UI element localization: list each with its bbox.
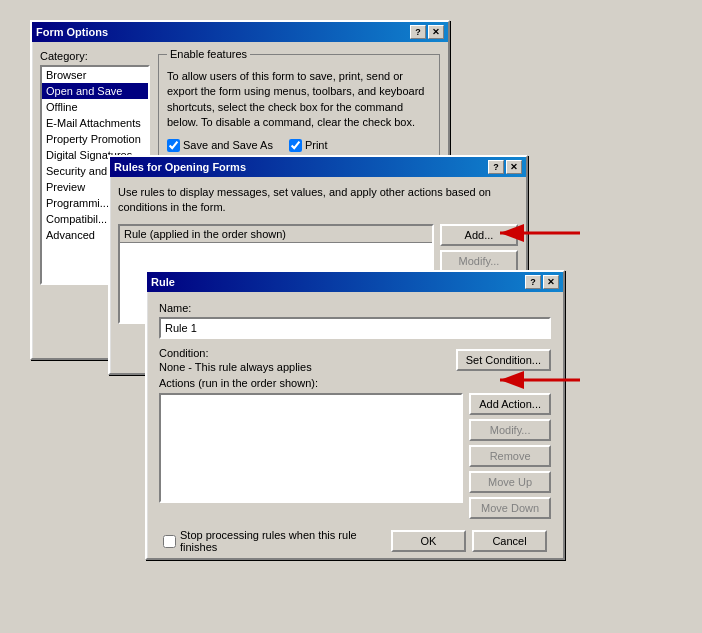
rule-help-btn[interactable]: ?: [525, 275, 541, 289]
print-checkbox-item: Print: [289, 139, 328, 152]
rules-title-buttons: ? ✕: [488, 160, 522, 174]
cat-email[interactable]: E-Mail Attachments: [42, 115, 148, 131]
arrow1: [490, 218, 590, 248]
features-group: Enable features To allow users of this f…: [158, 54, 440, 161]
name-input[interactable]: [159, 317, 551, 339]
features-group-label: Enable features: [167, 48, 250, 60]
stop-processing-label: Stop processing rules when this rule fin…: [163, 529, 391, 553]
print-label: Print: [305, 139, 328, 151]
action-buttons: Add Action... Modify... Remove Move Up M…: [469, 393, 551, 519]
form-options-title-bar: Form Options ? ✕: [32, 22, 448, 42]
condition-section: Condition: None - This rule always appli…: [159, 347, 312, 373]
actions-list[interactable]: [159, 393, 463, 503]
remove-action-btn[interactable]: Remove: [469, 445, 551, 467]
arrow2: [490, 365, 590, 395]
rules-title-bar: Rules for Opening Forms ? ✕: [110, 157, 526, 177]
save-checkbox-item: Save and Save As: [167, 139, 273, 152]
save-label: Save and Save As: [183, 139, 273, 151]
rule-cancel-btn[interactable]: Cancel: [472, 530, 547, 552]
condition-text: None - This rule always applies: [159, 361, 312, 373]
title-bar-buttons: ? ✕: [410, 25, 444, 39]
move-up-action-btn[interactable]: Move Up: [469, 471, 551, 493]
add-action-btn[interactable]: Add Action...: [469, 393, 551, 415]
rule-ok-btn[interactable]: OK: [391, 530, 466, 552]
rule-dialog: Rule ? ✕ Name: Condition: None - This ru…: [145, 270, 565, 560]
rule-ok-cancel: OK Cancel: [391, 530, 547, 552]
modify-action-btn[interactable]: Modify...: [469, 419, 551, 441]
cat-property[interactable]: Property Promotion: [42, 131, 148, 147]
features-description: To allow users of this form to save, pri…: [167, 69, 431, 131]
rule-title: Rule: [151, 276, 175, 288]
rule-body: Name: Condition: None - This rule always…: [147, 292, 563, 563]
move-down-action-btn[interactable]: Move Down: [469, 497, 551, 519]
rule-title-bar: Rule ? ✕: [147, 272, 563, 292]
stop-processing-text: Stop processing rules when this rule fin…: [180, 529, 391, 553]
rules-close-btn[interactable]: ✕: [506, 160, 522, 174]
rules-list-header: Rule (applied in the order shown): [120, 226, 432, 243]
features-checkboxes: Save and Save As Print: [167, 139, 431, 152]
rule-title-buttons: ? ✕: [525, 275, 559, 289]
print-checkbox[interactable]: [289, 139, 302, 152]
rules-modify-btn[interactable]: Modify...: [440, 250, 518, 272]
save-checkbox[interactable]: [167, 139, 180, 152]
name-label: Name:: [159, 302, 551, 314]
rules-title: Rules for Opening Forms: [114, 161, 246, 173]
actions-area: Add Action... Modify... Remove Move Up M…: [159, 393, 551, 519]
category-label: Category:: [40, 50, 150, 62]
rule-close-btn[interactable]: ✕: [543, 275, 559, 289]
cat-browser[interactable]: Browser: [42, 67, 148, 83]
condition-label: Condition:: [159, 347, 312, 359]
rules-description: Use rules to display messages, set value…: [118, 185, 518, 216]
rule-footer: Stop processing rules when this rule fin…: [159, 529, 551, 553]
cat-open-save[interactable]: Open and Save: [42, 83, 148, 99]
form-options-help-btn[interactable]: ?: [410, 25, 426, 39]
rules-help-btn[interactable]: ?: [488, 160, 504, 174]
stop-processing-checkbox[interactable]: [163, 535, 176, 548]
form-options-close-btn[interactable]: ✕: [428, 25, 444, 39]
cat-offline[interactable]: Offline: [42, 99, 148, 115]
form-options-title: Form Options: [36, 26, 108, 38]
